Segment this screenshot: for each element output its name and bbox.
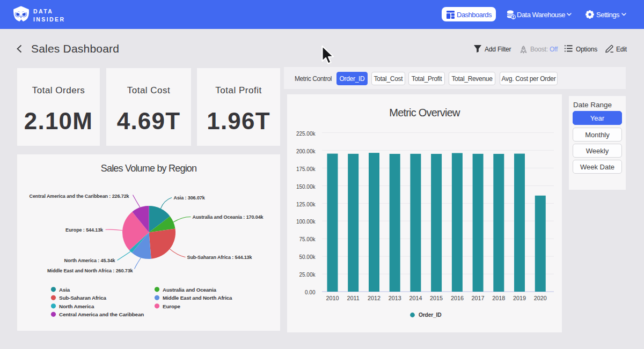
svg-text:Central America and the Caribb: Central America and the Caribbean: [59, 311, 144, 317]
svg-text:Order_ID: Order_ID: [419, 312, 441, 318]
svg-text:2015: 2015: [430, 295, 443, 301]
svg-text:North America: North America: [59, 303, 94, 309]
svg-text:2019: 2019: [513, 295, 526, 301]
svg-text:200.00k: 200.00k: [296, 148, 316, 154]
svg-text:2014: 2014: [409, 295, 422, 301]
svg-text:Asia : 306.07k: Asia : 306.07k: [174, 195, 206, 201]
svg-text:2018: 2018: [492, 295, 505, 301]
svg-text:Central America and the Caribb: Central America and the Caribbean : 226.…: [30, 194, 130, 199]
svg-text:50.00k: 50.00k: [299, 254, 316, 260]
svg-text:Europe : 544.13k: Europe : 544.13k: [65, 227, 104, 233]
svg-text:2013: 2013: [389, 295, 401, 301]
svg-text:Sub-Saharan Africa : 544.13k: Sub-Saharan Africa : 544.13k: [187, 255, 253, 260]
svg-text:2011: 2011: [347, 295, 360, 301]
svg-text:Middle East and North Africa :: Middle East and North Africa : 260.73k: [47, 268, 134, 273]
svg-text:2017: 2017: [472, 295, 485, 301]
svg-text:Australia and Oceania: Australia and Oceania: [163, 287, 216, 293]
svg-text:75.00k: 75.00k: [299, 236, 316, 242]
svg-text:Metric Overview: Metric Overview: [389, 107, 460, 118]
svg-text:0.00: 0.00: [305, 289, 316, 295]
svg-text:Australia and Oceania : 170.04: Australia and Oceania : 170.04k: [193, 214, 264, 220]
svg-text:2016: 2016: [451, 295, 464, 301]
svg-text:100.00k: 100.00k: [296, 219, 316, 225]
svg-text:125.00k: 125.00k: [296, 202, 316, 207]
svg-text:2020: 2020: [534, 295, 547, 301]
svg-text:Sub-Saharan Africa: Sub-Saharan Africa: [59, 295, 107, 301]
svg-text:Sales Volume by Region: Sales Volume by Region: [101, 163, 197, 174]
svg-text:175.00k: 175.00k: [296, 166, 316, 172]
svg-text:Asia: Asia: [59, 287, 70, 293]
svg-text:25.00k: 25.00k: [299, 272, 316, 278]
svg-text:North America : 45.34k: North America : 45.34k: [64, 258, 115, 263]
svg-text:2010: 2010: [326, 295, 339, 301]
svg-text:225.00k: 225.00k: [296, 131, 316, 137]
svg-text:2012: 2012: [368, 295, 380, 301]
svg-text:Europe: Europe: [163, 303, 181, 309]
svg-text:150.00k: 150.00k: [296, 184, 316, 190]
svg-text:Middle East and North Africa: Middle East and North Africa: [163, 295, 232, 301]
